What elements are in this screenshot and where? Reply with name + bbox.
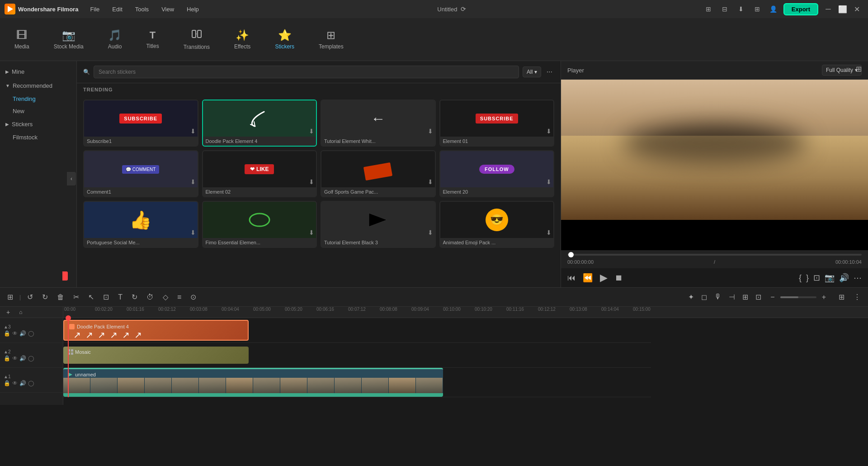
play-button[interactable]: ▶: [600, 272, 608, 284]
download-icon-element20[interactable]: ⬇: [546, 178, 552, 185]
sticker-tutorial-white[interactable]: ← ⬇ Tutorial Element Whit...: [321, 100, 436, 147]
titlebar-icon-2[interactable]: ⊟: [718, 3, 731, 15]
toolbar-templates[interactable]: ⊞ Templates: [313, 25, 349, 53]
mark-in-button[interactable]: {: [799, 273, 802, 283]
titlebar-icon-4[interactable]: ⊞: [751, 3, 764, 15]
fit-preview-button[interactable]: ⊡: [813, 273, 820, 283]
track3-lock-icon[interactable]: 🔒: [4, 330, 10, 337]
sticker-doodle4[interactable]: ⬇ Doodle Pack Element 4: [202, 100, 317, 147]
speed-tool[interactable]: ⏱: [144, 291, 156, 303]
download-icon-golf[interactable]: ⬇: [428, 178, 433, 185]
close-button[interactable]: ✕: [851, 3, 863, 15]
track3-audio-icon[interactable]: 🔊: [19, 330, 26, 337]
sidebar-item-new[interactable]: New: [0, 105, 76, 117]
multicam-tool[interactable]: ⊞: [740, 291, 751, 303]
stop-button[interactable]: ⏹: [615, 273, 623, 283]
cut-button[interactable]: ✂: [71, 291, 82, 303]
delete-button[interactable]: 🗑: [54, 291, 67, 303]
sticker-element20[interactable]: FOLLOW ⬇ Element 20: [439, 150, 555, 197]
sticker-subscribe1[interactable]: SUBSCRIBE ⬇ Subscribe1: [83, 100, 198, 147]
toolbar-transitions[interactable]: Transitions: [178, 25, 215, 54]
grid-view-button[interactable]: ⊞: [836, 291, 847, 303]
sidebar-item-filmstock[interactable]: Filmstock: [0, 131, 76, 143]
titlebar-icon-1[interactable]: ⊞: [702, 3, 715, 15]
track3-eye-icon[interactable]: 👁: [12, 330, 18, 337]
volume-button[interactable]: 🔊: [839, 273, 849, 283]
download-icon-tutorial-black[interactable]: ⬇: [428, 229, 433, 236]
clip-doodle-pack[interactable]: Doodle Pack Element 4 ↙ ↙ ↙ ↙ ↙ ↙: [63, 320, 249, 341]
download-icon-portuguese[interactable]: ⬇: [190, 229, 196, 236]
download-icon-emoji-pack[interactable]: ⬇: [546, 229, 552, 236]
download-icon-element02[interactable]: ⬇: [309, 178, 314, 185]
sticker-tutorial-black[interactable]: ⬇ Tutorial Element Black 3: [321, 201, 436, 248]
sticker-portuguese[interactable]: 👍 ⬇ Portuguese Social Me...: [83, 201, 198, 248]
playhead[interactable]: [68, 318, 69, 397]
titlebar-icon-5[interactable]: 👤: [767, 3, 780, 15]
sidebar-collapse-btn[interactable]: ‹: [67, 172, 76, 185]
clip-mosaic[interactable]: Mosaic: [63, 347, 249, 364]
clip-video[interactable]: unnamed: [63, 368, 443, 394]
minimize-button[interactable]: ─: [822, 3, 835, 15]
download-icon-doodle4[interactable]: ⬇: [309, 128, 314, 135]
toolbar-effects[interactable]: ✨ Effects: [229, 25, 256, 53]
menu-help[interactable]: Help: [184, 4, 202, 14]
download-icon-fimo[interactable]: ⬇: [309, 229, 314, 236]
download-icon-tutorial-white[interactable]: ⬇: [428, 128, 433, 135]
download-icon-subscribe1[interactable]: ⬇: [190, 128, 196, 135]
add-track-button[interactable]: +: [4, 307, 13, 318]
sidebar-header-recommended[interactable]: ▼ Recommended: [0, 79, 76, 93]
zoom-bar[interactable]: [780, 296, 816, 298]
toolbar-stock-media[interactable]: 📷 Stock Media: [48, 25, 89, 53]
play-back-button[interactable]: ⏪: [583, 273, 593, 283]
search-filter-dropdown[interactable]: All ▾: [523, 67, 541, 77]
undo-button[interactable]: ↺: [24, 291, 36, 303]
more-tool[interactable]: ⊙: [188, 291, 199, 303]
rotate-tool[interactable]: ↻: [129, 291, 140, 303]
snapshot-button[interactable]: 📷: [825, 273, 835, 283]
more-preview-button[interactable]: ⋯: [854, 273, 862, 283]
track1-lock-icon[interactable]: 🔒: [4, 380, 10, 386]
toolbar-titles[interactable]: T Titles: [141, 26, 164, 53]
ai-tool[interactable]: ✦: [685, 291, 697, 303]
crop-tool[interactable]: ⊡: [100, 291, 112, 303]
redo-button[interactable]: ↻: [39, 291, 51, 303]
color-tool[interactable]: ◇: [160, 291, 171, 303]
sticker-comment1[interactable]: 💬 COMMENT ⬇ Comment1: [83, 150, 198, 197]
sidebar-header-stickers[interactable]: ▶ Stickers: [0, 117, 76, 131]
track1-eye-icon[interactable]: 👁: [12, 380, 18, 386]
text-tool[interactable]: T: [115, 291, 125, 303]
sidebar-item-trending[interactable]: Trending: [0, 93, 76, 105]
zoom-out-button[interactable]: −: [768, 291, 777, 303]
toolbar-stickers[interactable]: ⭐ Stickers: [269, 25, 300, 53]
sticker-element02[interactable]: ❤LIKE ⬇ Element 02: [202, 150, 317, 197]
sidebar-header-mine[interactable]: ▶ Mine: [0, 65, 76, 79]
download-icon-comment1[interactable]: ⬇: [190, 178, 196, 185]
track2-visible-icon[interactable]: ◯: [28, 355, 34, 361]
audio-tool[interactable]: ≡: [175, 291, 184, 303]
sticker-element01[interactable]: SUBSCRIBE ⬇ Element 01: [439, 100, 555, 147]
mark-out-button[interactable]: }: [806, 273, 809, 283]
more-options-button[interactable]: ···: [545, 66, 554, 78]
maximize-button[interactable]: ⬜: [836, 3, 849, 15]
menu-view[interactable]: View: [159, 4, 177, 14]
track1-visible-icon[interactable]: ◯: [28, 380, 34, 386]
search-input[interactable]: [94, 66, 519, 78]
list-view-button[interactable]: ⋮: [851, 291, 863, 303]
toolbar-audio[interactable]: 🎵 Audio: [103, 25, 127, 53]
menu-file[interactable]: File: [87, 4, 102, 14]
clip-tool[interactable]: ◻: [698, 291, 710, 303]
track3-visible-icon[interactable]: ◯: [28, 330, 34, 337]
home-button[interactable]: ⌂: [16, 307, 25, 317]
timeline-scrubber[interactable]: [567, 254, 862, 256]
select-tool[interactable]: ↖: [85, 291, 97, 303]
scrubber-handle[interactable]: [568, 252, 574, 257]
timeline-layout-button[interactable]: ⊞: [5, 291, 16, 303]
caption-tool[interactable]: ⊡: [753, 291, 764, 303]
zoom-in-button[interactable]: +: [819, 291, 829, 303]
track2-audio-icon[interactable]: 🔊: [19, 355, 26, 361]
mic-tool[interactable]: 🎙: [712, 291, 724, 303]
download-icon-element01[interactable]: ⬇: [546, 128, 552, 135]
titlebar-icon-3[interactable]: ⬇: [735, 3, 747, 15]
track1-audio-icon[interactable]: 🔊: [19, 380, 26, 386]
rewind-button[interactable]: ⏮: [567, 273, 576, 283]
